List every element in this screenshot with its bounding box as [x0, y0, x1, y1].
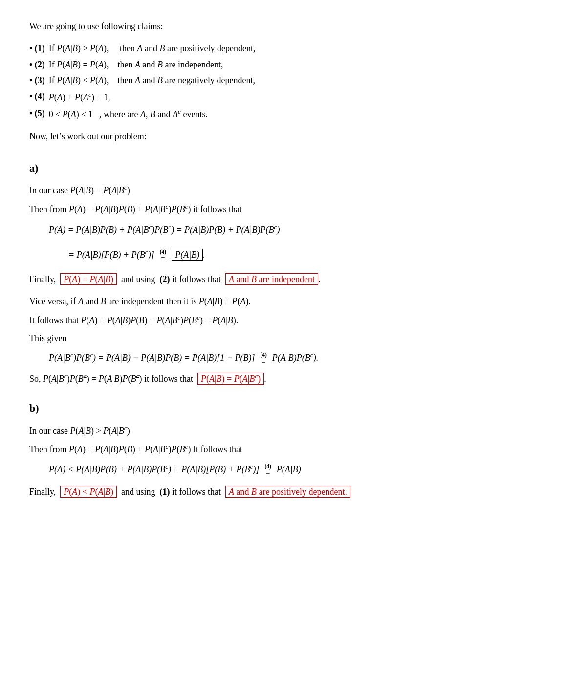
eq-label-4a: (4) =	[160, 249, 166, 263]
part-a-finally: Finally, P(A) = P(A|B) and using (2) it …	[29, 272, 559, 286]
claim-item-3: • (3) If P(A|B) < P(A), then A and B are…	[29, 73, 559, 88]
eq-label-4b: (4) =	[260, 352, 266, 366]
part-a-display1: P(A) = P(A|B)P(B) + P(A|Bc)P(Bc) = P(A|B…	[49, 222, 559, 237]
part-b-finally: Finally, P(A) < P(A|B) and using (1) it …	[29, 485, 559, 499]
claim-num-5: • (5)	[29, 107, 45, 122]
claim-item-4: • (4) P(A) + P(Ac) = 1,	[29, 89, 559, 105]
part-a-display2: = P(A|B)[P(B) + P(Bc)] (4) = P(A|B).	[68, 247, 559, 262]
now-text: Now, let’s work out our problem:	[29, 130, 559, 144]
claim-item-5: • (5) 0 ≤ P(A) ≤ 1 , where are A, B and …	[29, 107, 559, 122]
boxed-red-independent: A and B are independent	[225, 273, 318, 285]
claim-text-5: 0 ≤ P(A) ≤ 1 , where are A, B and Ac eve…	[49, 107, 208, 122]
part-b-line1: In our case P(A|B) > P(A|Bc).	[29, 423, 559, 438]
part-a-display3: P(A|Bc)P(Bc) = P(A|B) − P(A|B)P(B) = P(A…	[49, 350, 559, 366]
claim-num-2: • (2)	[29, 58, 45, 72]
part-a-label: a)	[29, 159, 559, 176]
part-b-display1: P(A) < P(A|B)P(B) + P(A|B)P(Bc) = P(A|B)…	[49, 461, 559, 477]
claim-num-1: • (1)	[29, 42, 45, 56]
strikethrough-2: P(Bc)	[122, 374, 142, 384]
part-a-line1: In our case P(A|B) = P(A|Bc).	[29, 182, 559, 197]
claim-text-2: If P(A|B) = P(A), then A and B are indep…	[49, 58, 223, 72]
claim-item-1: • (1) If P(A|B) > P(A), then A and B are…	[29, 42, 559, 56]
claim-text-4: P(A) + P(Ac) = 1,	[49, 89, 110, 105]
eq-label-4c: (4) =	[264, 463, 271, 478]
claim-text-1: If P(A|B) > P(A), then A and B are posit…	[49, 42, 256, 56]
vice-versa-2: It follows that P(A) = P(A|B)P(B) + P(A|…	[29, 312, 559, 328]
vice-versa-1: Vice versa, if A and B are independent t…	[29, 294, 559, 308]
main-content: We are going to use following claims: • …	[29, 20, 559, 499]
vice-versa-3: This given	[29, 331, 559, 346]
claim-num-3: • (3)	[29, 73, 45, 88]
part-b-line2: Then from P(A) = P(A|B)P(B) + P(A|Bc)P(B…	[29, 441, 559, 457]
boxed-red-pa-pab: P(A) = P(A|B)	[60, 273, 117, 285]
part-a-line2: Then from P(A) = P(A|B)P(B) + P(A|Bc)P(B…	[29, 201, 559, 217]
so-line: So, P(A|Bc)P(Bc) = P(A|B)P(Bc) it follow…	[29, 371, 559, 386]
boxed-red-positively-dependent: A and B are positively dependent.	[225, 486, 350, 498]
boxed-pab: P(A|B)	[172, 249, 203, 261]
claim-item-2: • (2) If P(A|B) = P(A), then A and B are…	[29, 58, 559, 72]
boxed-red-pa-lt-pab: P(A) < P(A|B)	[60, 486, 117, 498]
strikethrough-1: P(Bc)	[70, 374, 89, 384]
boxed-red-pab-pabc: P(A|B) = P(A|Bc)	[197, 373, 264, 385]
claim-text-3: If P(A|B) < P(A), then A and B are negat…	[49, 73, 255, 88]
intro-text: We are going to use following claims:	[29, 20, 559, 34]
claim-num-4: • (4)	[29, 89, 45, 105]
claims-list: • (1) If P(A|B) > P(A), then A and B are…	[29, 42, 559, 122]
part-b-label: b)	[29, 399, 559, 416]
